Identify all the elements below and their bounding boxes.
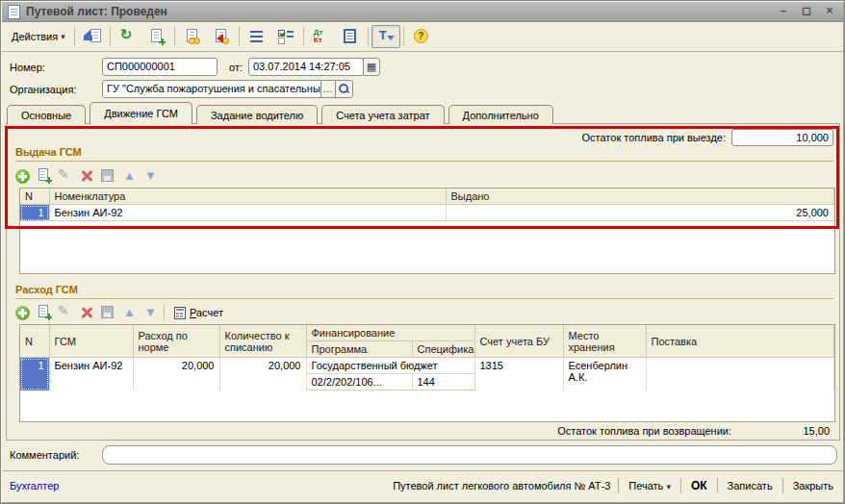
copy-row-button[interactable] [37,168,52,184]
copy-document-button[interactable] [142,25,171,48]
edit-row-button[interactable]: ✎ [58,168,73,184]
help-button[interactable]: ? [407,25,436,48]
post-and-close-icon [84,28,101,45]
move-down-button[interactable]: ▼ [142,168,158,184]
close-form-button[interactable]: Закрыть [791,480,835,491]
organization-open-button[interactable] [335,80,353,98]
arrow-down-icon: ▼ [144,168,157,183]
rashod-col-place[interactable]: Место хранения [563,325,646,358]
window-title: Путевой лист: Проведен [26,5,776,18]
dt-kt-postings-button[interactable]: ДтКт [307,25,336,48]
pencil-icon: ✎ [58,303,69,318]
select-interval-button[interactable] [271,25,300,48]
tab-dvizhenie-gsm[interactable]: Движение ГСМ [90,102,192,124]
post-document-button[interactable] [178,25,207,48]
calendar-button[interactable]: ▦ [363,58,380,76]
post-and-close-button[interactable] [78,25,107,48]
accountant-link[interactable]: Бухгалтер [10,480,59,491]
spetsifika-cell[interactable]: 144 [412,374,474,391]
move-up-button[interactable]: ▲ [121,305,137,320]
budget-cell[interactable]: Государственный бюджет [306,358,474,374]
close-button[interactable]: × [822,5,837,18]
vydacha-table[interactable]: N Номенклатура Выдано 1 Бензин АИ-92 25,… [19,188,835,274]
vydano-cell[interactable]: 25,000 [446,205,834,221]
row-number-cell[interactable]: 1 [20,205,49,221]
vydacha-col-n[interactable]: N [20,189,49,205]
gsm-cell[interactable]: Бензин АИ-92 [49,358,133,391]
structure-of-subordination-button[interactable]: Т [371,25,400,48]
organization-select-button[interactable]: ... [320,80,336,98]
rashod-row-1[interactable]: 1 Бензин АИ-92 20,000 20,000 Государстве… [20,358,834,374]
arrow-up-icon: ▲ [123,168,136,183]
unpost-document-icon [213,28,230,45]
rashod-col-gsm[interactable]: ГСМ [49,325,133,358]
number-input[interactable]: СП000000001 [102,58,218,76]
fuel-out-input[interactable]: 10,000 [731,129,833,146]
qty-cell[interactable]: 20,000 [219,358,306,391]
nomenclatura-cell[interactable]: Бензин АИ-92 [49,205,446,221]
vydacha-section-title: Выдача ГСМ [15,146,82,158]
rashod-col-spetsifika[interactable]: Специфика [412,341,474,358]
delete-icon [81,307,92,318]
rashod-col-postavka[interactable]: Поставка [646,325,834,358]
row-number-cell[interactable]: 1 [20,358,49,391]
tab-osnovnye[interactable]: Основные [7,105,86,124]
date-input[interactable]: 03.07.2014 14:27:05 [248,58,364,76]
ok-button[interactable]: ОК [689,479,709,492]
tab-dopolnitelno[interactable]: Дополнительно [448,105,553,124]
move-down-button[interactable]: ▼ [142,305,158,320]
place-cell[interactable]: Есенберлин А.К. [563,358,646,391]
document-journal-button[interactable] [336,25,365,48]
print-button[interactable]: Печать ▾ [627,480,673,491]
rashod-table[interactable]: N ГСМ Расход по норме Количество к списа… [19,324,835,422]
select-interval-icon [277,28,294,45]
rashod-col-qty[interactable]: Количество к списанию [219,325,306,358]
document-list-button[interactable] [243,25,271,48]
postavka-cell[interactable] [646,358,834,391]
copy-row-button[interactable] [37,305,52,320]
rashod-col-n[interactable]: N [20,325,49,358]
maximize-button[interactable]: ◻ [799,5,814,18]
fuel-return-row: Остаток топлива при возвращении: 15,00 [557,425,833,437]
vydacha-row-1[interactable]: 1 Бензин АИ-92 25,000 [20,205,834,221]
save-button[interactable]: Записать [726,480,775,491]
footer-bar: Бухгалтер Путевой лист легкового автомоб… [2,470,843,500]
calculate-button[interactable]: Расчет [170,303,227,322]
add-row-button[interactable] [15,168,31,184]
vydacha-toolbar: ✎ ▲ ▼ [15,166,158,186]
end-edit-button[interactable] [100,168,115,184]
tab-scheta-ucheta-zatrat[interactable]: Счета учета затрат [321,105,444,124]
end-edit-button[interactable] [100,305,115,320]
arrow-up-icon: ▲ [123,305,136,319]
tab-panel-dvizhenie-gsm: Остаток топлива при выезде: 10,000 Выдач… [6,123,840,441]
delete-row-button[interactable] [79,305,94,320]
delete-row-button[interactable] [79,168,94,184]
tab-zadanie-voditelyu[interactable]: Задание водителю [196,105,318,124]
comment-label: Комментарий: [10,449,102,461]
minimize-button[interactable]: – [776,5,791,18]
comment-input[interactable] [102,445,837,465]
refresh-icon: ↻ [119,28,137,45]
unpost-document-button[interactable] [207,25,236,48]
add-row-button[interactable] [15,305,31,320]
vydacha-col-vydano[interactable]: Выдано [446,189,834,205]
pencil-icon: ✎ [58,166,69,182]
fuel-return-value: 15,00 [737,425,833,437]
programma-cell[interactable]: 02/2/202/106... [306,374,412,391]
rashod-col-programma[interactable]: Программа [306,341,412,358]
norm-cell[interactable]: 20,000 [133,358,219,391]
edit-row-button[interactable]: ✎ [58,305,73,320]
actions-label: Действия [12,31,58,42]
organization-input[interactable]: ГУ "Служба пожаротушения и спасательны [102,80,321,98]
refresh-button[interactable]: ↻ [114,25,142,48]
actions-menu-button[interactable]: Действия ▾ [6,25,71,48]
account-cell[interactable]: 1315 [474,358,563,391]
rashod-col-account[interactable]: Счет учета БУ [474,325,563,358]
search-icon [339,84,349,94]
move-up-button[interactable]: ▲ [121,168,137,184]
rashod-col-finansirovanie[interactable]: Финансирование [306,325,474,341]
delete-icon [81,170,92,182]
vydacha-col-nomenclatura[interactable]: Номенклатура [49,189,446,205]
chevron-down-icon: ▾ [666,482,671,491]
rashod-col-norm[interactable]: Расход по норме [133,325,219,358]
